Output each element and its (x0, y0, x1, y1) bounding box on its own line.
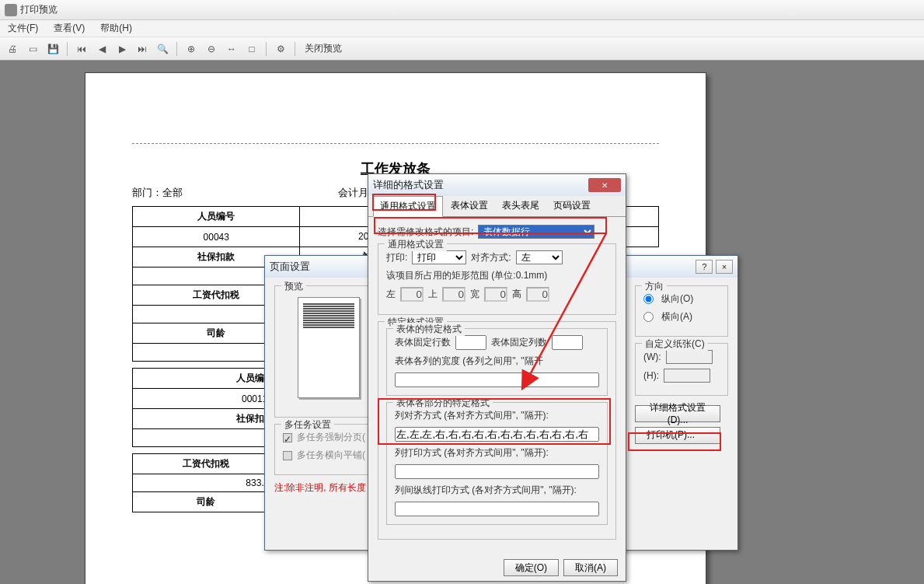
tab-body[interactable]: 表体设置 (445, 196, 494, 216)
landscape-radio[interactable] (643, 312, 654, 322)
multitask-force-label: 多任务强制分页( (297, 431, 365, 444)
tab-general[interactable]: 通用格式设置 (373, 196, 443, 217)
body-legend: 表体的特定格式 (393, 323, 465, 336)
workspace: 工作发放条 部门：全部 会计月份： 人员编号月份姓名基本工 000432015年… (0, 61, 924, 584)
page-setup-title: 页面设置 (270, 260, 310, 274)
rect-width (484, 287, 507, 302)
last-page-icon[interactable]: ⏭ (134, 41, 150, 57)
window-titlebar: 打印预览 (0, 0, 924, 20)
left-label: 左 (386, 288, 396, 301)
fixed-rows-label: 表体固定行数 (395, 336, 451, 349)
detail-format-button[interactable]: 详细格式设置(D)... (635, 405, 720, 422)
select-item-label: 选择需修改格式的项目: (378, 226, 473, 239)
fixed-cols-input[interactable] (552, 335, 583, 350)
toolbar-sep-2 (176, 42, 177, 56)
next-page-icon[interactable]: ▶ (114, 41, 130, 57)
printer-button[interactable]: 打印机(P)... (635, 427, 720, 444)
menu-help[interactable]: 帮助(H) (96, 20, 137, 37)
close-icon[interactable]: ✕ (588, 178, 621, 192)
menu-view[interactable]: 查看(V) (49, 20, 89, 37)
toolbar-sep-3 (266, 42, 267, 56)
detail-title: 详细的格式设置 (373, 178, 444, 192)
col-align-label: 列对齐方式 (各对齐方式间用", "隔开): (395, 409, 549, 422)
fixed-rows-input[interactable] (455, 335, 486, 350)
tab-headfoot[interactable]: 表头表尾 (496, 196, 546, 216)
cancel-button[interactable]: 取消(A) (563, 559, 618, 576)
toolbar-sep-4 (295, 42, 295, 56)
paper-height-input (664, 369, 710, 383)
rect-top (442, 287, 465, 302)
close-button[interactable]: × (716, 260, 733, 274)
parts-legend: 表体各部分的特定格式 (393, 397, 493, 410)
menu-file[interactable]: 文件(F) (3, 20, 43, 37)
tab-page-number[interactable]: 页码设置 (547, 196, 597, 216)
multitask-horiz-checkbox[interactable] (283, 451, 292, 460)
preview-legend: 预览 (281, 280, 306, 293)
rect-left (400, 287, 424, 302)
height-label: (H): (643, 370, 659, 381)
dept-value: 全部 (162, 187, 183, 198)
window-title-text: 打印预览 (20, 3, 58, 16)
orientation-legend: 方向 (642, 280, 667, 293)
col-print-label: 列打印方式 (各对齐方式间用", "隔开): (395, 446, 549, 460)
search-icon[interactable]: 🔍 (155, 41, 170, 57)
print-select[interactable]: 打印 (412, 250, 466, 264)
help-button[interactable]: ? (696, 260, 713, 274)
multitask-horiz-label: 多任务横向平铺( (297, 449, 365, 462)
fixed-cols-label: 表体固定列数 (491, 336, 547, 349)
first-page-icon[interactable]: ⏮ (74, 41, 89, 57)
zoom-page-icon[interactable]: □ (244, 41, 260, 57)
rect-height (526, 287, 549, 302)
page-separator (132, 143, 659, 144)
zoom-out-icon[interactable]: ⊖ (204, 41, 219, 57)
toolbar: 🖨 ▭ 💾 ⏮ ◀ ▶ ⏭ 🔍 ⊕ ⊖ ↔ □ ⚙ 关闭预览 (0, 37, 924, 61)
zoom-width-icon[interactable]: ↔ (224, 41, 239, 57)
rect-label: 该项目所占用的矩形范围 (单位:0.1mm) (386, 269, 547, 282)
detail-format-dialog: 详细的格式设置 ✕ 通用格式设置 表体设置 表头表尾 页码设置 选择需修改格式的… (368, 173, 626, 582)
page-thumbnail (298, 297, 360, 398)
print-icon[interactable]: 🖨 (5, 41, 20, 57)
portrait-label: 纵向(O) (661, 292, 693, 306)
menubar: 文件(F) 查看(V) 帮助(H) (0, 20, 924, 37)
multitask-legend: 多任务设置 (281, 418, 334, 432)
w-label: 宽 (470, 288, 479, 301)
close-preview-button[interactable]: 关闭预览 (302, 42, 345, 55)
align-label: 对齐方式: (471, 251, 511, 264)
general-legend: 通用格式设置 (385, 238, 447, 251)
h-label: 高 (512, 288, 521, 301)
col-width-input[interactable] (395, 372, 599, 387)
top-label: 上 (428, 288, 438, 301)
multitask-force-checkbox[interactable]: ✓ (283, 433, 292, 442)
dept-label: 部门： (132, 187, 162, 198)
prev-page-icon[interactable]: ◀ (94, 41, 110, 57)
app-icon (5, 4, 17, 16)
toolbar-sep-1 (67, 42, 68, 56)
align-select[interactable]: 左 (516, 250, 563, 264)
col-align-input[interactable] (395, 427, 599, 442)
col-vline-input[interactable] (395, 502, 599, 516)
detail-tabs: 通用格式设置 表体设置 表头表尾 页码设置 (368, 196, 626, 217)
width-label: (W): (643, 351, 661, 362)
col-width-label: 表体各列的宽度 (各列之间用", "隔开 (395, 355, 543, 368)
portrait-radio[interactable] (643, 294, 654, 304)
landscape-label: 横向(A) (661, 310, 692, 323)
custom-paper-legend: 自定义纸张(C) (642, 337, 708, 351)
note-text: 注:除非注明, 所有长度 (274, 481, 383, 495)
zoom-in-icon[interactable]: ⊕ (183, 41, 199, 57)
col-vline-label: 列间纵线打印方式 (各对齐方式间用", "隔开): (395, 484, 577, 497)
settings-icon[interactable]: ⚙ (273, 41, 288, 57)
select-item-dropdown[interactable]: 表体数据行 (478, 225, 594, 239)
print-label: 打印: (386, 251, 407, 264)
col-print-input[interactable] (395, 464, 599, 479)
open-icon[interactable]: ▭ (25, 41, 40, 57)
save-icon[interactable]: 💾 (45, 41, 61, 57)
paper-width-input (666, 350, 713, 364)
ok-button[interactable]: 确定(O) (504, 559, 559, 576)
